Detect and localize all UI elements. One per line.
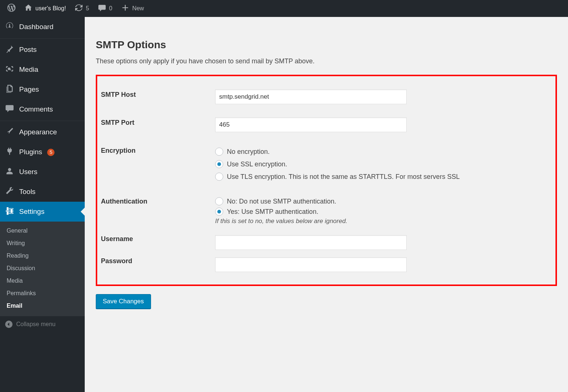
save-changes-button[interactable]: Save Changes [96, 294, 151, 309]
site-name-menu[interactable]: user's Blog! [20, 0, 70, 17]
sidebar-item-appearance[interactable]: Appearance [0, 123, 85, 142]
comments-count: 0 [109, 5, 112, 12]
encryption-none-label: No encryption. [227, 148, 270, 156]
comment-icon [98, 4, 106, 13]
media-icon [5, 64, 14, 75]
comments-menu[interactable]: 0 [94, 0, 117, 17]
sidebar-item-users[interactable]: Users [0, 162, 85, 182]
sidebar-item-label: Users [19, 168, 38, 176]
sidebar-item-label: Posts [19, 46, 37, 54]
admin-bar: user's Blog! 5 0 New [0, 0, 568, 17]
new-content-menu[interactable]: New [117, 0, 148, 17]
submenu-item-permalinks[interactable]: Permalinks [0, 287, 85, 300]
collapse-label: Collapse menu [16, 321, 56, 328]
updates-menu[interactable]: 5 [70, 0, 94, 17]
password-label: Password [101, 254, 215, 276]
smtp-port-label: SMTP Port [101, 111, 215, 139]
site-title: user's Blog! [35, 5, 66, 12]
pin-icon [5, 45, 14, 56]
auth-no-radio[interactable] [215, 197, 223, 205]
sidebar-item-tools[interactable]: Tools [0, 182, 85, 202]
settings-submenu: General Writing Reading Discussion Media… [0, 222, 85, 316]
auth-yes-radio[interactable] [215, 208, 223, 216]
new-label: New [132, 5, 144, 12]
auth-no-label: No: Do not use SMTP authentication. [227, 198, 336, 205]
admin-sidebar: Dashboard Posts Media Pages Comments [0, 17, 85, 392]
collapse-menu[interactable]: Collapse menu [0, 316, 85, 332]
wp-logo-menu[interactable] [3, 0, 20, 17]
sidebar-item-label: Appearance [19, 128, 57, 137]
pages-icon [5, 84, 14, 95]
tools-icon [5, 186, 14, 197]
sidebar-item-media[interactable]: Media [0, 60, 85, 80]
encryption-none-radio[interactable] [215, 148, 223, 156]
sidebar-item-pages[interactable]: Pages [0, 80, 85, 99]
sidebar-item-label: Media [19, 66, 38, 74]
password-input[interactable] [215, 257, 407, 272]
update-icon [75, 4, 83, 13]
submenu-item-media[interactable]: Media [0, 275, 85, 287]
sidebar-item-label: Settings [19, 208, 45, 216]
auth-yes-label: Yes: Use SMTP authentication. [227, 208, 318, 216]
section-description: These options only apply if you have cho… [96, 57, 557, 65]
collapse-icon [5, 321, 13, 328]
section-title: SMTP Options [96, 39, 557, 51]
smtp-host-label: SMTP Host [101, 83, 215, 111]
submenu-item-reading[interactable]: Reading [0, 250, 85, 262]
appearance-icon [5, 127, 14, 138]
dashboard-icon [5, 21, 14, 32]
encryption-label: Encryption [101, 139, 215, 190]
authentication-label: Authentication [101, 190, 215, 232]
sidebar-item-settings[interactable]: Settings [0, 202, 85, 222]
sidebar-item-label: Comments [19, 105, 53, 114]
sidebar-item-label: Tools [19, 188, 35, 196]
encryption-ssl-label: Use SSL encryption. [227, 160, 287, 168]
sidebar-item-plugins[interactable]: Plugins 5 [0, 142, 85, 162]
encryption-tls-radio[interactable] [215, 173, 223, 181]
home-icon [24, 4, 32, 13]
smtp-host-input[interactable] [215, 89, 407, 104]
sidebar-item-dashboard[interactable]: Dashboard [0, 17, 85, 39]
settings-icon [5, 206, 14, 217]
plugins-update-badge: 5 [47, 149, 55, 156]
submenu-item-general[interactable]: General [0, 225, 85, 237]
username-input[interactable] [215, 235, 407, 250]
sidebar-item-comments[interactable]: Comments [0, 99, 85, 121]
comments-icon [5, 104, 14, 115]
updates-count: 5 [86, 5, 89, 12]
users-icon [5, 167, 14, 178]
username-label: Username [101, 232, 215, 254]
sidebar-item-label: Plugins [19, 148, 42, 156]
submenu-item-discussion[interactable]: Discussion [0, 262, 85, 275]
encryption-ssl-radio[interactable] [215, 160, 223, 168]
submenu-item-writing[interactable]: Writing [0, 237, 85, 250]
smtp-options-box: SMTP Host SMTP Port Encryption [96, 75, 557, 286]
sidebar-item-label: Dashboard [19, 23, 53, 31]
submenu-item-email[interactable]: Email [0, 300, 85, 312]
plus-icon [121, 4, 129, 13]
content-area: SMTP Options These options only apply if… [85, 17, 568, 392]
sidebar-item-posts[interactable]: Posts [0, 40, 85, 60]
plugin-icon [5, 147, 14, 158]
auth-hint: If this is set to no, the values below a… [215, 217, 548, 225]
sidebar-item-label: Pages [19, 85, 39, 94]
smtp-port-input[interactable] [215, 117, 407, 132]
encryption-tls-label: Use TLS encryption. This is not the same… [227, 173, 460, 181]
wordpress-icon [7, 4, 15, 13]
